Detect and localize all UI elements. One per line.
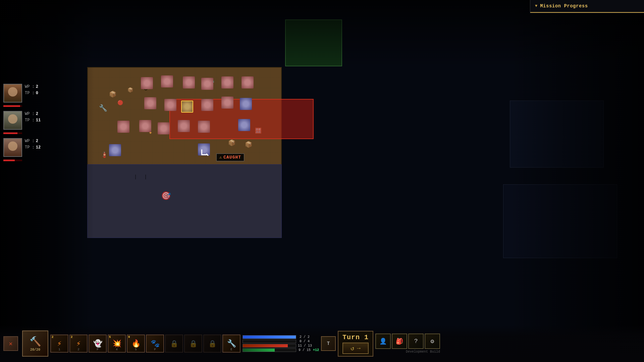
wp-value-2: 2 xyxy=(36,111,38,117)
skill-slot-e[interactable]: 🔧 E xyxy=(222,335,240,353)
ally-sprite-18 xyxy=(238,119,250,131)
blue-bar-label: 2 / 2 xyxy=(298,335,311,339)
skill-slot-4[interactable]: 5 💥 4 xyxy=(108,335,126,353)
selected-sprite[interactable] xyxy=(181,101,193,113)
floor-object-9: | xyxy=(144,174,147,180)
enemy-sprite-3 xyxy=(183,76,195,88)
lock-icon-2: 🔒 xyxy=(189,340,198,348)
skill-slot-locked-3: 🔒 xyxy=(203,335,221,353)
map-room-green xyxy=(285,19,342,66)
enemy-sprite-8 xyxy=(164,99,176,111)
green-bar-row: 9 / 15 +12 xyxy=(243,348,319,352)
health-fill-2 xyxy=(3,132,17,134)
skill-icon-p2: 🐾 xyxy=(151,339,160,348)
floor-object-12: 🧯 xyxy=(101,151,108,158)
skill-key-p1: P xyxy=(97,348,98,351)
person-button[interactable]: 👤 xyxy=(375,334,391,349)
ally-sprite-20 xyxy=(109,144,121,156)
skill-key-p2: P xyxy=(154,348,156,351)
green-bar-track xyxy=(243,348,296,352)
floor-object-8: | xyxy=(134,174,137,180)
tp-label-3: TP : xyxy=(25,144,35,151)
enemy-sprite-16 xyxy=(178,120,190,132)
blue-bar-track xyxy=(243,335,296,339)
skill-icon-p1: 👻 xyxy=(93,339,102,348)
ally-sprite-19 xyxy=(198,143,210,156)
floor-object-6: 📦 xyxy=(127,87,133,93)
skill-icon-2: ⚡ xyxy=(76,339,80,348)
lock-icon-1: 🔒 xyxy=(170,340,178,348)
t-key-button[interactable]: T xyxy=(321,336,336,351)
floor-object-1: 📦 xyxy=(109,90,116,98)
skill-slot-2[interactable]: 2 ⚡ 2 xyxy=(69,335,88,353)
weapon-icon: 🔨 xyxy=(30,336,41,347)
skill-key-5: 5 xyxy=(135,348,137,351)
portrait-2[interactable] xyxy=(3,111,22,130)
mission-arrow-icon: ▼ xyxy=(535,4,537,8)
skill-badge-5: 9 xyxy=(128,336,130,339)
enemy-sprite-15 xyxy=(158,122,170,134)
icon-btn-row: 👤 🎒 ? ⚙ xyxy=(375,334,440,349)
skill-slot-5[interactable]: 9 🔥 5 xyxy=(127,335,145,353)
char-card-2: WP : 2 TP : 11 xyxy=(3,111,50,134)
skill-key-4: 4 xyxy=(116,348,117,351)
inventory-button[interactable]: 🎒 xyxy=(392,334,407,349)
help-button[interactable]: ? xyxy=(408,334,424,349)
portrait-1[interactable] xyxy=(3,84,22,103)
close-icon: ✕ xyxy=(9,340,13,347)
settings-button[interactable]: ⚙ xyxy=(425,334,440,349)
char-stats-3: WP : 2 TP : 12 xyxy=(25,138,50,151)
enemy-sprite-5 xyxy=(221,76,233,88)
skill-slot-1[interactable]: 2 ⚡ 1 xyxy=(50,335,68,353)
person-icon: 👤 xyxy=(379,338,387,345)
close-button[interactable]: ✕ xyxy=(3,336,18,351)
skill-icon-5: 🔥 xyxy=(131,339,141,348)
floor-object-11: 🔧 xyxy=(99,104,107,112)
mission-title: Mission Progress xyxy=(540,3,588,9)
help-icon: ? xyxy=(414,338,418,345)
red-bar-track xyxy=(243,344,296,348)
red-bar-label: 11 / 13 xyxy=(298,344,312,348)
skill-icon-4: 💥 xyxy=(112,339,121,348)
enemy-sprite-6 xyxy=(241,76,254,88)
empty-bar-track xyxy=(243,340,296,343)
turn-label: Turn 1 xyxy=(342,334,369,341)
skill-key-e: E xyxy=(230,348,232,351)
enemy-sprite-14 xyxy=(139,120,151,132)
blue-bar-fill xyxy=(243,336,296,339)
floor-object-2: 🔴 xyxy=(117,100,123,106)
tp-label-1: TP : xyxy=(25,90,35,97)
ammo-count: 20/20 xyxy=(30,348,40,352)
portrait-3[interactable] xyxy=(3,138,22,157)
green-bar-label: 9 / 15 xyxy=(298,348,311,352)
enemy-sprite-17 xyxy=(198,121,210,133)
enemy-sprite-1 xyxy=(141,77,153,89)
red-bar-row: 11 / 13 xyxy=(243,344,319,348)
tp-value-1: 0 xyxy=(36,90,38,97)
char-stats-1: WP : 2 TP : 0 xyxy=(25,84,50,97)
enemy-sprite-2 xyxy=(161,75,173,87)
resource-bars-section: 2 / 2 0 / 4 11 / 13 9 / 15 +12 xyxy=(243,335,319,352)
skill-slot-locked-2: 🔒 xyxy=(184,335,202,353)
weapon-slot[interactable]: 🔨 20/20 xyxy=(22,330,48,357)
char-card-3: WP : 2 TP : 12 xyxy=(3,138,50,161)
hud-container: ✕ 🔨 20/20 2 ⚡ 1 2 ⚡ 2 👻 P 5 💥 4 xyxy=(0,325,644,362)
skill-slot-p1[interactable]: 👻 P xyxy=(89,335,107,353)
caught-label: CAUGHT xyxy=(223,155,241,160)
t-key-label: T xyxy=(327,341,330,346)
end-turn-arrow: → xyxy=(357,345,361,352)
skill-slot-p2[interactable]: 🐾 P xyxy=(146,335,164,353)
tp-value-3: 12 xyxy=(36,144,41,151)
end-turn-button[interactable]: ↺ → xyxy=(342,343,369,354)
skill-slot-locked-1: 🔒 xyxy=(165,335,183,353)
caught-tooltip: CAUGHT xyxy=(216,154,244,161)
enemy-sprite-7 xyxy=(144,97,156,109)
wp-label-1: WP : xyxy=(25,84,35,90)
inventory-icon: 🎒 xyxy=(396,338,403,345)
mission-progress-panel: ▼ Mission Progress xyxy=(530,0,644,13)
enemy-sprite-10 xyxy=(201,99,213,111)
skill-icon-e: 🔧 xyxy=(227,339,236,348)
skill-slots-group: 2 ⚡ 1 2 ⚡ 2 👻 P 5 💥 4 9 🔥 5 🐾 P xyxy=(50,335,240,353)
health-fill-3 xyxy=(3,160,15,161)
red-bar-fill xyxy=(243,344,288,347)
